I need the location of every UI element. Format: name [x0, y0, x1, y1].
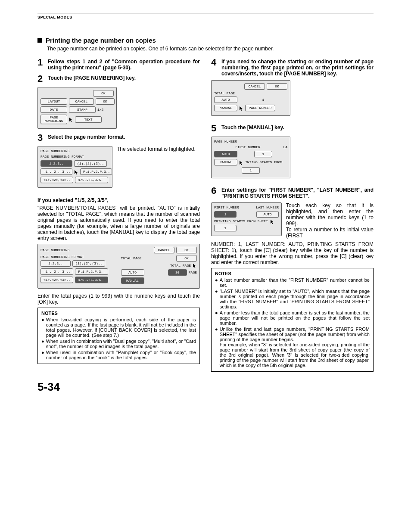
step-number: 4 [211, 58, 219, 77]
notes-box: NOTES ●A last number smaller than the "F… [211, 268, 374, 372]
manual-button[interactable]: MANUAL [214, 105, 237, 111]
note-text: When used in combination with "Dual page… [46, 339, 196, 349]
panel-subtitle: PAGE NUMBERING FORMAT [40, 255, 117, 259]
panel-title: PAGE NUMBERING [40, 149, 109, 153]
step-number: 6 [211, 186, 219, 199]
first-number-label: FIRST NUMBER [214, 205, 239, 209]
screen-panel-page-number: CANCEL OK TOTAL PAGE AUTO 1 MANUAL PAGE … [211, 80, 290, 116]
step-side-text: The selected format is highlighted. [117, 146, 200, 152]
text-button[interactable]: TEXT [75, 116, 102, 123]
format-option[interactable]: (1),(2),(3).. [72, 260, 105, 267]
auto-button[interactable]: AUTO [121, 269, 144, 276]
bullet-icon: ● [41, 339, 44, 349]
printing-starts-label: PRINTING STARTS FROM SHEET [214, 219, 279, 224]
notes-title: NOTES [41, 311, 196, 316]
value-display: 1 [242, 167, 260, 174]
section-bullet-icon [37, 38, 42, 43]
step-text: Select the page number format. [48, 133, 200, 143]
screen-panel-manual: PAGE NUMBER FIRST NUMBER LA AUTO 1 MANUA… [211, 137, 290, 178]
format-option[interactable]: 1,2,3.. [40, 160, 72, 167]
cancel-button[interactable]: CANCEL [154, 247, 174, 253]
format-option[interactable]: 1,2,3.. [40, 260, 71, 267]
page-fraction: 1/2 [97, 108, 103, 112]
cancel-button[interactable]: CANCEL [69, 98, 94, 105]
auto-button[interactable]: AUTO [214, 151, 237, 157]
left-column: 1 Follow steps 1 and 2 of "Common operat… [37, 58, 200, 372]
note-text: "LAST NUMBER" is initially set to "AUTO"… [220, 289, 370, 309]
manual-button[interactable]: MANUAL [214, 159, 237, 165]
cursor-icon [74, 170, 78, 174]
section-title: Printing the page number on copies [46, 37, 156, 44]
note-text: A number less than the total page number… [220, 310, 370, 326]
page-unit: PAGE [189, 271, 197, 274]
cursor-icon [239, 160, 243, 165]
bullet-icon: ● [41, 317, 44, 338]
panel-title: PAGE NUMBER [214, 140, 287, 143]
screen-panel-format: PAGE NUMBERING PAGE NUMBERING FORMAT 1,2… [37, 146, 112, 188]
step-number: 1 [37, 58, 45, 71]
bullet-icon: ● [41, 350, 44, 360]
step-text: If you need to change the starting or en… [221, 58, 374, 77]
sheet-value[interactable]: 1 [214, 225, 237, 231]
format-option[interactable]: <1>,<2>,<3>.. [40, 177, 73, 183]
screen-panel-total-page: PAGE NUMBERING CANCEL OK PAGE NUMBERING … [37, 244, 200, 289]
value-display: 1 [262, 98, 265, 102]
cursor-icon [270, 219, 274, 224]
cursor-icon [193, 263, 197, 268]
body-paragraph: NUMBER: 1, LAST NUMBER: AUTO, PRINTING S… [211, 241, 374, 265]
bullet-icon: ● [215, 289, 218, 309]
note-text: Unlike the first and last page numbers, … [220, 327, 370, 368]
partial-label: LA [283, 145, 287, 149]
format-option[interactable]: 1/5,2/5,3/5.. [75, 177, 108, 183]
bullet-icon: ● [215, 327, 218, 368]
cancel-button[interactable]: CANCEL [244, 83, 265, 90]
last-number-value[interactable]: AUTO [256, 211, 279, 218]
format-option-selected[interactable]: 1/5,2/5,3/5.. [75, 277, 108, 283]
date-button[interactable]: DATE [40, 106, 67, 113]
body-paragraph: Enter the total pages (1 to 999) with th… [37, 293, 200, 305]
step-text: Touch the [MANUAL] key. [221, 124, 374, 133]
step-text: Touch the [PAGE NUMBERING] key. [48, 74, 200, 84]
first-number-value[interactable]: 1 [214, 211, 237, 218]
last-number-label: LAST NUMBER [256, 205, 279, 209]
cursor-icon [69, 117, 73, 121]
cursor-icon [239, 106, 243, 110]
notes-title: NOTES [215, 271, 370, 276]
ok-button[interactable]: OK [267, 83, 287, 90]
ok-button[interactable]: OK [93, 90, 114, 96]
page-numbering-button[interactable]: PAGE NUMBERING [40, 115, 67, 124]
screen-panel-print-menu: OK LAYOUT CANCEL OK DATE STAMP 1/2 PAGE … [37, 87, 117, 129]
page-number: 5-34 [37, 380, 374, 394]
format-option[interactable]: (1),(2),(3).. [74, 160, 107, 167]
sub-heading: If you selected "1/5, 2/5, 3/5", [37, 197, 200, 203]
screen-panel-first-last: FIRST NUMBER LAST NUMBER 1 AUTO PRINTING… [211, 202, 282, 236]
format-option[interactable]: -1-,-2-,-3-.. [40, 268, 73, 275]
right-column: 4 If you need to change the starting or … [211, 58, 374, 372]
format-option[interactable]: -1-,-2-,-3-.. [40, 168, 72, 175]
ok-button[interactable]: OK [96, 98, 115, 105]
stamp-button[interactable]: STAMP [69, 106, 96, 113]
format-option[interactable]: P.1,P.2,P.3.. [75, 268, 108, 275]
value-display: 30 [168, 269, 187, 276]
page-number-button[interactable]: PAGE NUMBER [245, 105, 275, 111]
panel-title: PAGE NUMBERING [40, 248, 69, 252]
ok-button[interactable]: OK [176, 255, 197, 261]
format-option[interactable]: P.1,P.2,P.3.. [80, 168, 112, 175]
step-number: 5 [211, 124, 219, 133]
total-page-label: TOTAL PAGE [214, 91, 287, 95]
step-number: 2 [37, 74, 45, 84]
bullet-icon: ● [215, 277, 218, 288]
format-option[interactable]: <1>,<2>,<3>.. [40, 277, 73, 283]
step6-side-text: Touch each key so that it is highlighted… [286, 202, 374, 239]
value-display: 1 [254, 151, 272, 157]
manual-button[interactable]: MANUAL [121, 277, 144, 284]
step-text: Enter settings for "FIRST NUMBER", "LAST… [221, 186, 374, 199]
ok-button[interactable]: OK [176, 247, 197, 253]
auto-button[interactable]: AUTO [214, 96, 237, 103]
total-page-label: TOTAL PAGE [121, 256, 142, 260]
note-text: When used in combination with "Pamphlet … [46, 350, 196, 360]
note-text: A last number smaller than the "FIRST NU… [220, 277, 370, 288]
body-paragraph: "PAGE NUMBER/TOTAL PAGES" will be printe… [37, 205, 200, 241]
layout-button[interactable]: LAYOUT [40, 98, 67, 105]
panel-subtitle: PAGE NUMBERING FORMAT [40, 155, 109, 159]
